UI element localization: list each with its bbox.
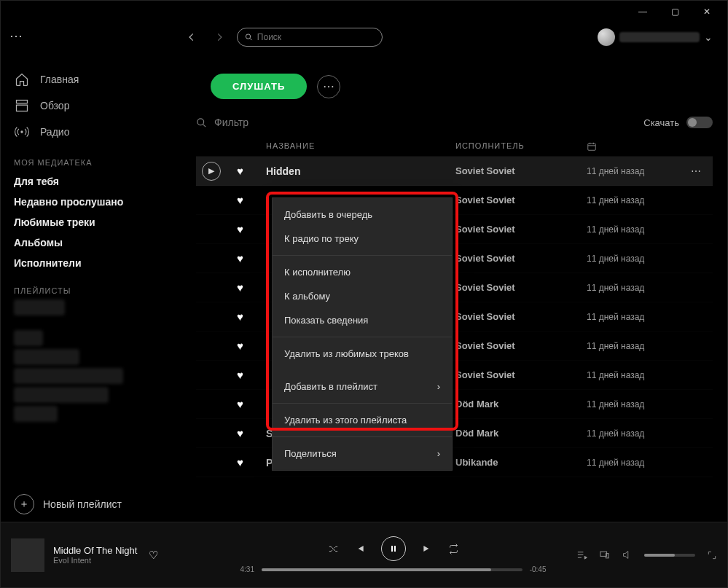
track-artist[interactable]: Soviet Soviet [455,311,587,322]
nav-back[interactable] [181,27,202,47]
window-minimize[interactable]: — [627,1,659,22]
heart-icon[interactable]: ♥ [237,456,266,469]
track-artist[interactable]: Ubikande [455,457,587,468]
heart-icon[interactable]: ♥ [237,427,266,439]
search-box[interactable] [237,28,383,47]
new-playlist-button[interactable]: ＋ Новый плейлист [14,494,122,514]
heart-icon[interactable]: ♥ [237,369,266,381]
track-row[interactable]: ▶♥HiddenSoviet Soviet11 дней назад⋯ [196,157,713,186]
context-menu-item[interactable]: Добавить в плейлист› [273,375,452,399]
track-more-button[interactable]: ⋯ [691,165,713,177]
context-menu-item[interactable]: Добавить в очередь [273,203,452,227]
svg-rect-2 [17,101,28,103]
like-button[interactable]: ♡ [149,549,158,562]
sidebar-item-радио[interactable]: Радио [14,119,168,145]
playlist-item-blurred[interactable] [14,349,79,365]
now-playing-title[interactable]: Middle Of The Night [53,545,137,556]
window-close[interactable]: ✕ [691,1,723,22]
account-name-blurred [619,32,700,42]
context-menu-item[interactable]: Удалить из любимых треков [273,342,452,366]
heart-icon[interactable]: ♥ [237,252,266,264]
context-menu-item[interactable]: К радио по треку [273,227,452,251]
window-maximize[interactable]: ▢ [659,1,691,22]
track-artist[interactable]: Soviet Soviet [455,253,587,264]
queue-button[interactable] [576,549,587,560]
heart-icon[interactable]: ♥ [237,165,266,177]
context-menu-label: Удалить из любимых треков [284,348,409,359]
heart-icon[interactable]: ♥ [237,398,266,410]
filter-row: Фильтр Скачать [196,117,713,128]
track-artist[interactable]: Soviet Soviet [455,369,587,380]
now-playing-artist[interactable]: Evol Intent [53,556,137,565]
col-date[interactable] [587,141,691,152]
context-menu-item[interactable]: Показать сведения [273,308,452,332]
next-button[interactable] [422,544,432,554]
sidebar-item[interactable]: Для тебя [14,171,168,192]
col-title[interactable]: НАЗВАНИЕ [266,141,455,152]
play-all-button[interactable]: СЛУШАТЬ [211,74,307,99]
playlist-item-blurred[interactable] [14,299,65,315]
sidebar-item[interactable]: Недавно прослушано [14,192,168,212]
volume-button[interactable] [622,549,633,560]
nav-forward[interactable] [209,27,230,47]
account-menu[interactable]: ⌄ [598,28,713,46]
sidebar-item[interactable]: Альбомы [14,232,168,253]
home-icon [14,71,30,87]
play-track-button[interactable]: ▶ [202,162,221,181]
playlist-controls: СЛУШАТЬ ⋯ [196,74,713,99]
playlist-item-blurred[interactable] [14,330,43,346]
prev-button[interactable] [355,544,365,554]
heart-icon[interactable]: ♥ [237,194,266,206]
context-menu-item[interactable]: Поделиться› [273,442,452,466]
plus-icon: ＋ [14,494,34,514]
heart-icon[interactable]: ♥ [237,340,266,352]
sidebar-item[interactable]: Исполнители [14,253,168,273]
album-art[interactable] [11,538,44,572]
sidebar-item-обзор[interactable]: Обзор [14,93,168,119]
sidebar-item-главная[interactable]: Главная [14,66,168,93]
sidebar-item-label: Обзор [40,100,69,111]
elapsed-time: 4:31 [240,565,254,573]
context-menu-item[interactable]: К исполнителю [273,260,452,284]
filter-label[interactable]: Фильтр [214,117,248,128]
devices-button[interactable] [599,549,610,560]
progress-bar[interactable] [262,568,522,571]
playlist-item-blurred[interactable] [14,387,109,403]
heart-icon[interactable]: ♥ [237,223,266,235]
avatar [598,28,615,46]
repeat-button[interactable] [448,544,459,554]
remaining-time: -0:45 [530,565,547,573]
track-artist[interactable]: Soviet Soviet [455,340,587,351]
main-content: СЛУШАТЬ ⋯ Фильтр Скачать НАЗВАНИЕ ИСПОЛН… [181,59,727,522]
context-menu: Добавить в очередьК радио по трекуК испо… [272,197,453,471]
track-artist[interactable]: Död Mark [455,428,587,439]
play-pause-button[interactable] [381,536,406,561]
heart-icon[interactable]: ♥ [237,310,266,323]
sidebar-item[interactable]: Любимые треки [14,212,168,232]
track-date: 11 дней назад [587,458,691,468]
app-menu-button[interactable]: ⋯ [1,21,33,50]
track-artist[interactable]: Soviet Soviet [455,224,587,235]
shuffle-button[interactable] [328,544,339,554]
shuffle-icon [328,544,339,554]
track-artist[interactable]: Soviet Soviet [455,282,587,293]
track-artist[interactable]: Soviet Soviet [455,195,587,205]
volume-slider[interactable] [644,554,695,557]
playlist-item-blurred[interactable] [14,368,123,384]
search-input[interactable] [257,32,375,42]
sidebar: ГлавнаяОбзорРадио МОЯ МЕДИАТЕКА Для тебя… [1,59,181,522]
playlist-item-blurred[interactable] [14,406,58,422]
col-artist[interactable]: ИСПОЛНИТЕЛЬ [455,141,587,152]
context-menu-item[interactable]: К альбому [273,284,452,308]
context-menu-item[interactable]: Удалить из этого плейлиста [273,408,452,432]
more-button[interactable]: ⋯ [317,75,340,98]
heart-icon[interactable]: ♥ [237,281,266,294]
track-artist[interactable]: Soviet Soviet [455,165,587,176]
sidebar-item-label: Главная [40,74,79,85]
fullscreen-button[interactable] [707,550,717,560]
download-toggle-row: Скачать [643,117,713,128]
track-artist[interactable]: Död Mark [455,399,587,409]
chevron-right-icon [214,32,224,42]
prev-icon [355,544,365,554]
download-toggle[interactable] [686,117,713,128]
